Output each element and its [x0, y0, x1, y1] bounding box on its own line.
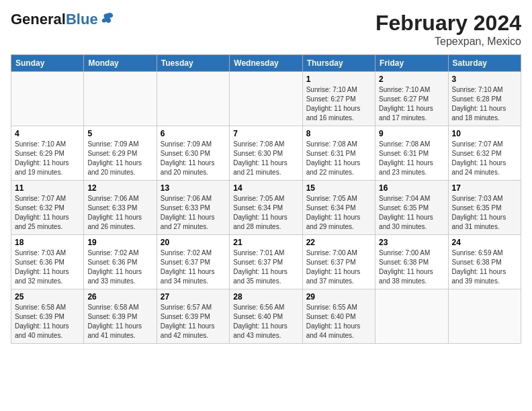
day-cell: 29Sunrise: 6:55 AMSunset: 6:40 PMDayligh…: [302, 289, 375, 344]
weekday-header-friday: Friday: [375, 55, 448, 72]
day-cell: 15Sunrise: 7:05 AMSunset: 6:34 PMDayligh…: [302, 181, 375, 235]
day-number: 9: [379, 129, 444, 138]
day-info: Sunrise: 7:03 AMSunset: 6:35 PMDaylight:…: [452, 194, 517, 232]
day-number: 26: [87, 292, 152, 302]
day-number: 24: [452, 238, 517, 247]
day-info: Sunrise: 7:08 AMSunset: 6:30 PMDaylight:…: [233, 140, 298, 177]
day-cell: [157, 72, 229, 126]
day-info: Sunrise: 7:09 AMSunset: 6:29 PMDaylight:…: [87, 140, 152, 177]
day-cell: 4Sunrise: 7:10 AMSunset: 6:29 PMDaylight…: [11, 126, 84, 181]
day-number: 14: [233, 183, 298, 193]
day-info: Sunrise: 7:00 AMSunset: 6:38 PMDaylight:…: [379, 248, 444, 286]
day-info: Sunrise: 7:10 AMSunset: 6:27 PMDaylight:…: [306, 85, 371, 123]
day-cell: 22Sunrise: 7:00 AMSunset: 6:37 PMDayligh…: [302, 235, 375, 289]
week-row-1: 4Sunrise: 7:10 AMSunset: 6:29 PMDaylight…: [11, 126, 521, 181]
day-number: 2: [379, 75, 444, 84]
day-number: 19: [87, 238, 152, 247]
weekday-header-tuesday: Tuesday: [157, 55, 229, 72]
day-cell: 8Sunrise: 7:08 AMSunset: 6:31 PMDaylight…: [302, 126, 375, 181]
logo-bird-icon: [100, 11, 115, 28]
day-info: Sunrise: 7:06 AMSunset: 6:33 PMDaylight:…: [87, 194, 152, 232]
day-info: Sunrise: 6:56 AMSunset: 6:40 PMDaylight:…: [233, 303, 298, 340]
weekday-header-row: SundayMondayTuesdayWednesdayThursdayFrid…: [11, 55, 521, 72]
day-cell: [448, 289, 521, 344]
logo-general: General: [11, 11, 66, 28]
day-number: 17: [452, 183, 517, 193]
day-cell: 5Sunrise: 7:09 AMSunset: 6:29 PMDaylight…: [84, 126, 157, 181]
day-number: 4: [15, 129, 80, 138]
day-cell: 18Sunrise: 7:03 AMSunset: 6:36 PMDayligh…: [11, 235, 84, 289]
weekday-header-saturday: Saturday: [448, 55, 521, 72]
day-info: Sunrise: 7:08 AMSunset: 6:31 PMDaylight:…: [306, 140, 371, 177]
day-number: 5: [87, 129, 152, 138]
day-number: 18: [15, 238, 80, 247]
day-number: 25: [15, 292, 80, 302]
day-cell: [375, 289, 448, 344]
day-cell: 24Sunrise: 6:59 AMSunset: 6:38 PMDayligh…: [448, 235, 521, 289]
day-number: 22: [306, 238, 371, 247]
day-info: Sunrise: 7:00 AMSunset: 6:37 PMDaylight:…: [306, 248, 371, 286]
week-row-3: 18Sunrise: 7:03 AMSunset: 6:36 PMDayligh…: [11, 235, 521, 289]
day-info: Sunrise: 7:10 AMSunset: 6:28 PMDaylight:…: [452, 85, 517, 123]
day-number: 16: [379, 183, 444, 193]
day-number: 27: [161, 292, 226, 302]
day-cell: 12Sunrise: 7:06 AMSunset: 6:33 PMDayligh…: [84, 181, 157, 235]
day-number: 23: [379, 238, 444, 247]
day-cell: 28Sunrise: 6:56 AMSunset: 6:40 PMDayligh…: [230, 289, 302, 344]
day-cell: [230, 72, 302, 126]
weekday-header-thursday: Thursday: [302, 55, 375, 72]
day-info: Sunrise: 6:59 AMSunset: 6:38 PMDaylight:…: [452, 248, 517, 286]
day-number: 29: [306, 292, 371, 302]
day-cell: 3Sunrise: 7:10 AMSunset: 6:28 PMDaylight…: [448, 72, 521, 126]
day-info: Sunrise: 7:10 AMSunset: 6:29 PMDaylight:…: [15, 140, 80, 177]
day-cell: 27Sunrise: 6:57 AMSunset: 6:39 PMDayligh…: [157, 289, 229, 344]
logo-blue: Blue: [66, 11, 98, 28]
day-number: 21: [233, 238, 298, 247]
day-info: Sunrise: 6:57 AMSunset: 6:39 PMDaylight:…: [161, 303, 226, 340]
day-cell: 16Sunrise: 7:04 AMSunset: 6:35 PMDayligh…: [375, 181, 448, 235]
day-info: Sunrise: 7:05 AMSunset: 6:34 PMDaylight:…: [233, 194, 298, 232]
day-number: 10: [452, 129, 517, 138]
day-cell: 1Sunrise: 7:10 AMSunset: 6:27 PMDaylight…: [302, 72, 375, 126]
day-info: Sunrise: 6:58 AMSunset: 6:39 PMDaylight:…: [87, 303, 152, 340]
day-cell: 7Sunrise: 7:08 AMSunset: 6:30 PMDaylight…: [230, 126, 302, 181]
week-row-4: 25Sunrise: 6:58 AMSunset: 6:39 PMDayligh…: [11, 289, 521, 344]
day-cell: [84, 72, 157, 126]
day-number: 15: [306, 183, 371, 193]
page-header: GeneralBlue February 2024 Tepexpan, Mexi…: [11, 11, 521, 48]
day-info: Sunrise: 7:04 AMSunset: 6:35 PMDaylight:…: [379, 194, 444, 232]
day-info: Sunrise: 7:10 AMSunset: 6:27 PMDaylight:…: [379, 85, 444, 123]
logo-text: GeneralBlue: [11, 11, 98, 28]
day-cell: 14Sunrise: 7:05 AMSunset: 6:34 PMDayligh…: [230, 181, 302, 235]
day-number: 8: [306, 129, 371, 138]
day-number: 7: [233, 129, 298, 138]
day-info: Sunrise: 7:06 AMSunset: 6:33 PMDaylight:…: [161, 194, 226, 232]
day-cell: [11, 72, 84, 126]
weekday-header-sunday: Sunday: [11, 55, 84, 72]
day-number: 1: [306, 75, 371, 84]
day-info: Sunrise: 7:09 AMSunset: 6:30 PMDaylight:…: [161, 140, 226, 177]
day-cell: 2Sunrise: 7:10 AMSunset: 6:27 PMDaylight…: [375, 72, 448, 126]
day-number: 20: [161, 238, 226, 247]
day-info: Sunrise: 7:02 AMSunset: 6:36 PMDaylight:…: [87, 248, 152, 286]
day-number: 3: [452, 75, 517, 84]
day-info: Sunrise: 7:05 AMSunset: 6:34 PMDaylight:…: [306, 194, 371, 232]
day-info: Sunrise: 7:07 AMSunset: 6:32 PMDaylight:…: [15, 194, 80, 232]
day-cell: 11Sunrise: 7:07 AMSunset: 6:32 PMDayligh…: [11, 181, 84, 235]
week-row-2: 11Sunrise: 7:07 AMSunset: 6:32 PMDayligh…: [11, 181, 521, 235]
day-cell: 23Sunrise: 7:00 AMSunset: 6:38 PMDayligh…: [375, 235, 448, 289]
day-number: 28: [233, 292, 298, 302]
page-subtitle: Tepexpan, Mexico: [375, 36, 521, 48]
day-number: 13: [161, 183, 226, 193]
day-cell: 9Sunrise: 7:08 AMSunset: 6:31 PMDaylight…: [375, 126, 448, 181]
day-cell: 19Sunrise: 7:02 AMSunset: 6:36 PMDayligh…: [84, 235, 157, 289]
day-number: 6: [161, 129, 226, 138]
day-cell: 25Sunrise: 6:58 AMSunset: 6:39 PMDayligh…: [11, 289, 84, 344]
logo: GeneralBlue: [11, 11, 115, 28]
day-cell: 10Sunrise: 7:07 AMSunset: 6:32 PMDayligh…: [448, 126, 521, 181]
day-info: Sunrise: 7:08 AMSunset: 6:31 PMDaylight:…: [379, 140, 444, 177]
day-cell: 26Sunrise: 6:58 AMSunset: 6:39 PMDayligh…: [84, 289, 157, 344]
day-number: 11: [15, 183, 80, 193]
day-cell: 17Sunrise: 7:03 AMSunset: 6:35 PMDayligh…: [448, 181, 521, 235]
calendar-table: SundayMondayTuesdayWednesdayThursdayFrid…: [11, 54, 521, 344]
